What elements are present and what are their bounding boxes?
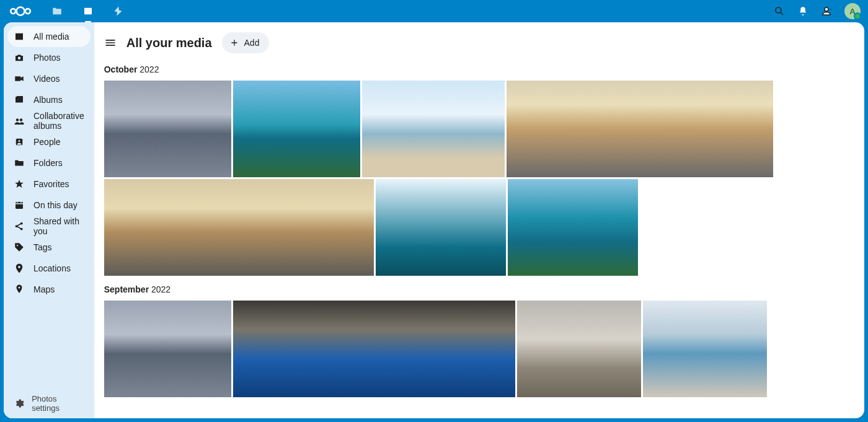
- star-icon: [14, 178, 25, 190]
- files-icon: [51, 6, 63, 17]
- add-button[interactable]: Add: [222, 32, 270, 53]
- sidebar-item-people[interactable]: People: [7, 131, 91, 152]
- section-year: 2022: [151, 284, 170, 294]
- photo-thumbnail[interactable]: [104, 179, 374, 276]
- photo-placeholder: [233, 81, 360, 177]
- group-icon: [14, 115, 25, 126]
- search-icon: [774, 6, 785, 17]
- sidebar-item-collaborative-albums[interactable]: Collaborative albums: [7, 110, 91, 131]
- photo-grid: [104, 81, 849, 276]
- photo-thumbnail[interactable]: [376, 179, 506, 276]
- location-icon: [14, 263, 25, 274]
- sidebar-item-folders[interactable]: Folders: [7, 152, 91, 174]
- photo-placeholder: [104, 81, 231, 177]
- app-activity[interactable]: [112, 4, 126, 19]
- sidebar-settings-label: Photos settings: [32, 394, 84, 413]
- search-button[interactable]: [774, 6, 785, 17]
- section-header: September 2022: [104, 284, 849, 294]
- sidebar-item-label: Shared with you: [33, 216, 84, 236]
- photo-placeholder: [104, 301, 231, 397]
- notifications-button[interactable]: [797, 6, 808, 17]
- section-header: October 2022: [104, 64, 849, 74]
- photo-placeholder: [362, 81, 505, 177]
- photo-thumbnail[interactable]: [233, 301, 515, 397]
- app-frame: All media Photos Videos Albums Collabora…: [4, 22, 864, 418]
- sidebar-item-label: Collaborative albums: [33, 111, 84, 131]
- section-month: September: [104, 284, 149, 294]
- photo-placeholder: [508, 179, 638, 276]
- sidebar-item-maps[interactable]: Maps: [7, 279, 91, 300]
- sidebar-item-locations[interactable]: Locations: [7, 258, 91, 279]
- photo-thumbnail[interactable]: [233, 81, 360, 177]
- main-content: All your media Add October 2022September…: [94, 22, 864, 418]
- photo-thumbnail[interactable]: [517, 301, 641, 397]
- sidebar-item-label: Folders: [33, 158, 63, 168]
- photo-thumbnail[interactable]: [362, 81, 505, 177]
- camera-icon: [14, 52, 25, 63]
- calendar-icon: [14, 200, 25, 211]
- plus-icon: [229, 38, 239, 48]
- svg-point-0: [11, 9, 16, 14]
- sidebar-item-label: On this day: [33, 200, 78, 210]
- user-avatar[interactable]: A: [844, 3, 861, 19]
- photo-grid: [104, 301, 849, 397]
- sidebar-item-label: All media: [33, 32, 69, 42]
- photo-placeholder: [233, 301, 515, 397]
- sidebar-item-videos[interactable]: Videos: [7, 68, 91, 89]
- sidebar-item-label: Videos: [33, 74, 60, 84]
- add-button-label: Add: [244, 38, 260, 48]
- sidebar-item-label: Favorites: [33, 179, 69, 189]
- sidebar-item-label: Albums: [33, 95, 63, 105]
- sidebar-item-all-media[interactable]: All media: [7, 26, 91, 47]
- photo-placeholder: [104, 179, 374, 276]
- svg-point-1: [16, 7, 24, 15]
- sidebar-item-shared-with-you[interactable]: Shared with you: [7, 216, 91, 237]
- sidebar-item-label: Photos: [33, 53, 61, 63]
- album-icon: [14, 94, 25, 105]
- photos-icon: [82, 6, 94, 17]
- gear-icon: [14, 398, 24, 409]
- sidebar-item-tags[interactable]: Tags: [7, 237, 91, 258]
- photo-placeholder: [643, 301, 767, 397]
- notifications-icon: [797, 6, 808, 17]
- sidebar-item-label: Tags: [33, 242, 52, 252]
- contacts-button[interactable]: [821, 6, 832, 17]
- folder-icon: [14, 157, 25, 169]
- sidebar-item-on-this-day[interactable]: On this day: [7, 195, 91, 216]
- video-icon: [14, 73, 25, 84]
- section-year: 2022: [140, 64, 159, 74]
- contacts-icon: [821, 6, 832, 17]
- photo-thumbnail[interactable]: [643, 301, 767, 397]
- sidebar: All media Photos Videos Albums Collabora…: [4, 22, 94, 418]
- photo-thumbnail[interactable]: [104, 81, 231, 177]
- map-pin-icon: [14, 284, 25, 295]
- people-icon: [14, 136, 25, 147]
- sidebar-item-label: Locations: [33, 263, 71, 273]
- activity-icon: [113, 6, 125, 17]
- photo-placeholder: [376, 179, 506, 276]
- photo-thumbnail[interactable]: [104, 301, 231, 397]
- image-icon: [14, 31, 25, 42]
- photo-thumbnail[interactable]: [508, 179, 638, 276]
- sidebar-item-photos[interactable]: Photos: [7, 47, 91, 68]
- app-logo[interactable]: [7, 4, 33, 18]
- sidebar-settings[interactable]: Photos settings: [7, 392, 91, 415]
- photo-placeholder: [507, 81, 773, 177]
- toggle-sidebar-icon[interactable]: [104, 37, 117, 49]
- app-photos[interactable]: [81, 4, 95, 19]
- photo-placeholder: [517, 301, 641, 397]
- app-files[interactable]: [50, 4, 64, 19]
- sidebar-item-label: Maps: [33, 284, 55, 294]
- share-icon: [14, 221, 25, 232]
- top-bar: A: [0, 0, 868, 22]
- tag-icon: [14, 242, 25, 253]
- sidebar-item-favorites[interactable]: Favorites: [7, 174, 91, 195]
- svg-point-2: [25, 9, 30, 14]
- section-month: October: [104, 64, 138, 74]
- photo-thumbnail[interactable]: [507, 81, 773, 177]
- page-title: All your media: [126, 36, 212, 50]
- sidebar-item-label: People: [33, 137, 61, 147]
- sidebar-item-albums[interactable]: Albums: [7, 89, 91, 110]
